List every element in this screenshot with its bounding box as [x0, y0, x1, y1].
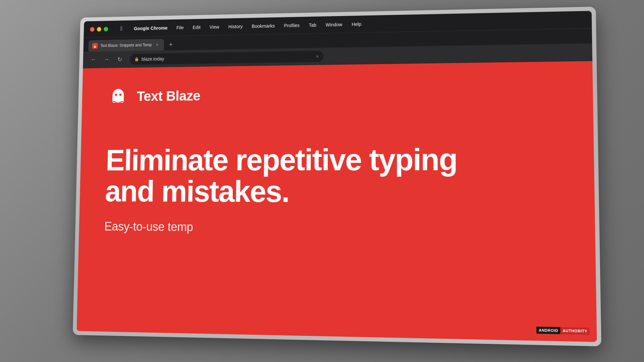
- watermark: ANDROID AUTHORITY: [536, 326, 589, 335]
- menu-file[interactable]: File: [176, 25, 184, 30]
- website-content-area: Text Blaze Eliminate repetitive typing a…: [77, 61, 597, 342]
- menu-tab[interactable]: Tab: [309, 22, 317, 27]
- watermark-android: ANDROID: [536, 326, 560, 334]
- close-button[interactable]: [90, 27, 94, 31]
- address-bar[interactable]: 🔒 blaze.today ×: [130, 51, 323, 65]
- address-close-button[interactable]: ×: [316, 54, 319, 59]
- tab-title: Text Blaze: Snippets and Temp: [100, 43, 152, 48]
- logo-svg-icon: [109, 87, 128, 106]
- lock-icon: 🔒: [134, 57, 139, 61]
- menu-history[interactable]: History: [228, 24, 243, 29]
- menu-help[interactable]: Help: [352, 21, 361, 27]
- monitor-frame:  Google Chrome File Edit View History B…: [73, 7, 601, 346]
- menu-edit[interactable]: Edit: [193, 24, 201, 30]
- hero-section: Eliminate repetitive typing and mistakes…: [79, 116, 596, 251]
- tab-favicon-icon: 🔥: [92, 43, 98, 49]
- back-button[interactable]: ←: [88, 54, 99, 65]
- website-content: Text Blaze Eliminate repetitive typing a…: [77, 61, 597, 342]
- tab-close-button[interactable]: ×: [154, 42, 160, 48]
- app-name-menu[interactable]: Google Chrome: [134, 25, 168, 31]
- forward-button[interactable]: →: [101, 54, 112, 65]
- hero-headline: Eliminate repetitive typing and mistakes…: [105, 144, 469, 208]
- browser-tab[interactable]: 🔥 Text Blaze: Snippets and Temp ×: [88, 39, 164, 52]
- menu-view[interactable]: View: [209, 24, 219, 29]
- menu-profiles[interactable]: Profiles: [284, 22, 300, 28]
- screen:  Google Chrome File Edit View History B…: [77, 11, 597, 342]
- site-brand-name: Text Blaze: [137, 88, 200, 104]
- apple-logo-icon: : [120, 25, 123, 32]
- browser-window:  Google Chrome File Edit View History B…: [77, 11, 597, 342]
- refresh-button[interactable]: ↻: [114, 54, 125, 65]
- new-tab-button[interactable]: +: [166, 39, 176, 50]
- traffic-lights: [90, 27, 108, 32]
- hero-subheadline: Easy-to-use temp: [104, 220, 567, 237]
- minimize-button[interactable]: [97, 27, 101, 32]
- watermark-authority: AUTHORITY: [560, 327, 590, 335]
- menu-bookmarks[interactable]: Bookmarks: [252, 23, 275, 29]
- svg-rect-1: [112, 95, 124, 101]
- fullscreen-button[interactable]: [104, 27, 108, 32]
- site-logo: [107, 87, 129, 106]
- menu-window[interactable]: Window: [326, 22, 342, 27]
- site-header: Text Blaze: [82, 61, 593, 119]
- url-display: blaze.today: [142, 54, 313, 61]
